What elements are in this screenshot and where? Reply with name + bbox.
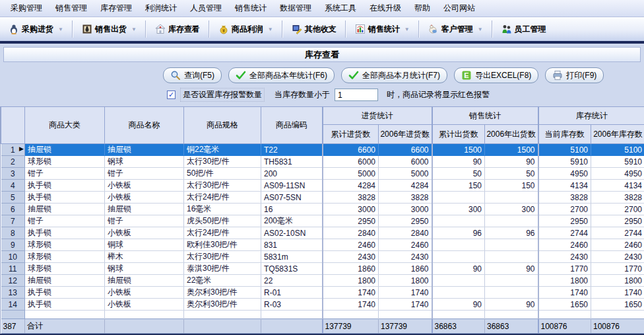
cell-name[interactable] (105, 311, 184, 319)
cell-code[interactable]: AS07-5SN (261, 192, 323, 204)
cell-stock-current[interactable]: 4134 (538, 180, 591, 192)
cell-sales-2006[interactable]: 90 (485, 263, 538, 275)
toolbar-button-product-profit[interactable]: ¥ 商品利润 ▼ (214, 21, 278, 38)
cell-purchase-2006[interactable]: 3828 (379, 192, 432, 204)
cell-category[interactable]: 抽屉锁 (25, 275, 105, 287)
row-number-cell[interactable]: 4▶ (1, 180, 25, 192)
cell-category[interactable]: 球形锁 (25, 263, 105, 275)
cell-name[interactable]: 抽屉锁 (105, 275, 184, 287)
cell-sales-total[interactable]: 90 (432, 299, 485, 311)
menu-item-sales-mgmt[interactable]: 销售管理 (49, 0, 94, 17)
cell-category[interactable]: 抽屉锁 (25, 144, 105, 156)
table-row[interactable]: 5▶ 执手锁 小铁板 太行24把/件 AS07-5SN 3828 3828 38… (1, 192, 644, 204)
row-number-cell[interactable]: 8▶ (1, 227, 25, 239)
cell-code[interactable]: AS09-11SN (261, 180, 323, 192)
cell-sales-total[interactable] (432, 311, 485, 319)
cell-spec[interactable]: 欧利佳30把/件 (184, 239, 261, 251)
cell-name[interactable]: 小铁板 (105, 299, 184, 311)
cell-purchase-total[interactable]: 1800 (323, 275, 379, 287)
cell-stock-2006[interactable]: 1800 (591, 275, 644, 287)
cell-code[interactable]: 16 (261, 204, 323, 215)
cell-spec[interactable]: 16毫米 (184, 204, 261, 215)
header-category[interactable]: 商品大类 (25, 107, 105, 144)
row-number-cell[interactable]: 6▶ (1, 204, 25, 215)
cell-sales-2006[interactable]: 300 (485, 204, 538, 215)
cell-stock-2006[interactable]: 2950 (591, 215, 644, 227)
table-row[interactable]: 14▶ 执手锁 小铁板 奥尔利30把/件 R-03 1740 1740 90 9… (1, 299, 644, 311)
cell-stock-current[interactable]: 4950 (538, 168, 591, 180)
cell-sales-total[interactable]: 50 (432, 168, 485, 180)
cell-sales-total[interactable]: 96 (432, 227, 485, 239)
cell-purchase-total[interactable]: 2840 (323, 227, 379, 239)
table-row[interactable]: 7▶ 钳子 钳子 虎头50把/件 200毫米 2950 2950 2950 29… (1, 215, 644, 227)
menu-item-help[interactable]: 帮助 (408, 0, 437, 17)
cell-sales-2006[interactable] (485, 275, 538, 287)
chevron-down-icon[interactable]: ▼ (478, 26, 483, 32)
header-sales-2006[interactable]: 2006年出货数 (485, 125, 538, 144)
cell-spec[interactable]: 泰淇30把/件 (184, 263, 261, 275)
cell-sales-total[interactable] (432, 275, 485, 287)
cell-name[interactable]: 小铁板 (105, 180, 184, 192)
table-row[interactable]: 4▶ 执手锁 小铁板 太行30把/件 AS09-11SN 4284 4284 1… (1, 180, 644, 192)
cell-stock-current[interactable]: 3828 (538, 192, 591, 204)
cell-stock-2006[interactable]: 1740 (591, 287, 644, 299)
cell-sales-2006[interactable]: 96 (485, 227, 538, 239)
cell-category[interactable]: 执手锁 (25, 180, 105, 192)
cell-purchase-2006[interactable]: 1860 (379, 263, 432, 275)
header-purchase-2006[interactable]: 2006年进货数▽ (379, 125, 432, 144)
cell-stock-current[interactable]: 2430 (538, 251, 591, 263)
header-sales-total[interactable]: 累计出货数 (432, 125, 485, 144)
year-stats-button[interactable]: 全部商品本年统计(F6) (228, 67, 335, 83)
cell-name[interactable]: 抽屉锁 (105, 204, 184, 215)
cell-spec[interactable]: 太行30把/件 (184, 156, 261, 168)
cell-stock-current[interactable]: 2460 (538, 239, 591, 251)
cell-purchase-2006[interactable]: 2840 (379, 227, 432, 239)
cell-category[interactable]: 球形锁 (25, 239, 105, 251)
table-row[interactable]: 13▶ 执手锁 小铁板 奥尔利30把/件 R-01 1740 1740 1740… (1, 287, 644, 299)
cell-name[interactable]: 钳子 (105, 168, 184, 180)
table-row[interactable]: 1▶ 抽屉锁 抽屉锁 铜22毫米 T22 6600 6600 1500 1500… (1, 144, 644, 156)
toolbar-button-employee-mgmt[interactable]: 员工管理 (497, 21, 551, 38)
cell-stock-2006[interactable]: 1650 (591, 299, 644, 311)
cell-stock-current[interactable]: 5910 (538, 156, 591, 168)
cell-stock-2006[interactable]: 2744 (591, 227, 644, 239)
sort-descending-icon[interactable]: ▽ (425, 133, 430, 139)
cell-spec[interactable]: 太行30把/件 (184, 180, 261, 192)
cell-purchase-total[interactable]: 1860 (323, 263, 379, 275)
cell-stock-2006[interactable]: 5910 (591, 156, 644, 168)
cell-purchase-total[interactable]: 3000 (323, 204, 379, 215)
cell-stock-current[interactable]: 2950 (538, 215, 591, 227)
chevron-down-icon[interactable]: ▼ (404, 26, 410, 32)
toolbar-button-inventory-view[interactable]: 库存查看 (150, 21, 205, 38)
row-number-cell[interactable]: 9▶ (1, 239, 25, 251)
cell-category[interactable]: 执手锁 (25, 287, 105, 299)
table-row[interactable]: 10▶ 球形锁 榉木 太行30把/件 5831m 2430 2430 2430 … (1, 251, 644, 263)
cell-code[interactable]: 22 (261, 275, 323, 287)
row-number-cell[interactable]: 5▶ (1, 192, 25, 204)
menu-item-sales-stats[interactable]: 销售统计 (228, 0, 273, 17)
row-number-cell[interactable]: 10▶ (1, 251, 25, 263)
cell-purchase-2006[interactable]: 2460 (379, 239, 432, 251)
cell-category[interactable]: 钳子 (25, 215, 105, 227)
cell-purchase-total[interactable]: 6000 (323, 156, 379, 168)
cell-spec[interactable]: 50把/件 (184, 168, 261, 180)
cell-code[interactable]: T22 (261, 144, 323, 156)
cell-stock-current[interactable]: 1650 (538, 299, 591, 311)
toolbar-button-purchase-in[interactable]: 采购进货 ▼ (4, 21, 68, 38)
table-row[interactable]: 8▶ 执手锁 小铁板 太行24把/件 AS02-10SN 2840 2840 9… (1, 227, 644, 239)
row-number-cell[interactable] (1, 311, 25, 319)
menu-item-profit-stats[interactable]: 利润统计 (139, 0, 183, 17)
cell-purchase-total[interactable]: 1740 (323, 299, 379, 311)
cell-sales-total[interactable] (432, 192, 485, 204)
print-button[interactable]: 打印(F9) (545, 67, 604, 83)
cell-sales-2006[interactable] (485, 311, 538, 319)
cell-purchase-2006[interactable]: 4284 (379, 180, 432, 192)
cell-name[interactable]: 钢球 (105, 156, 184, 168)
cell-stock-2006[interactable]: 2460 (591, 239, 644, 251)
alarm-checkbox[interactable]: ✓ (167, 91, 176, 99)
cell-sales-2006[interactable]: 50 (485, 168, 538, 180)
cell-name[interactable]: 铜球 (105, 239, 184, 251)
cell-sales-total[interactable] (432, 215, 485, 227)
cell-code[interactable]: R-01 (261, 287, 323, 299)
toolbar-button-sales-stats[interactable]: 销售统计 ▼ (350, 21, 414, 38)
